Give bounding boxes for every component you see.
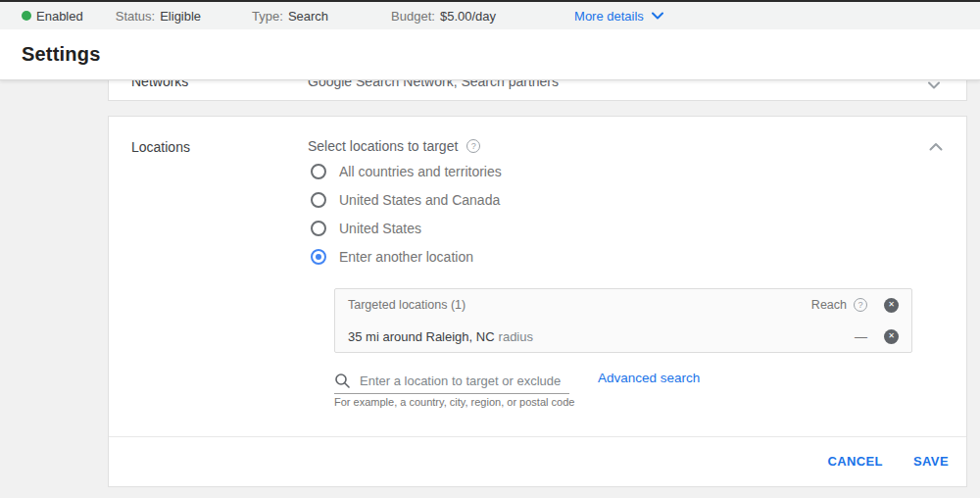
radio-button-icon <box>311 249 326 265</box>
budget-value: $5.00/day <box>440 9 496 24</box>
radio-enter-another-location[interactable]: Enter another location <box>311 242 502 271</box>
remove-location-icon[interactable]: ✕ <box>884 329 899 344</box>
reach-column-label: Reach <box>811 298 847 312</box>
footer-buttons: CANCEL SAVE <box>825 450 951 473</box>
advanced-search-link[interactable]: Advanced search <box>598 371 700 385</box>
reach-value: — <box>855 329 867 344</box>
enabled-label: Enabled <box>36 9 83 24</box>
search-helper-text: For example, a country, city, region, or… <box>334 396 574 408</box>
radio-button-icon <box>311 192 326 208</box>
table-row: 35 mi around Raleigh, NC radius — ✕ <box>335 321 911 352</box>
radio-label: Enter another location <box>339 249 473 265</box>
more-details-label: More details <box>574 9 644 24</box>
campaign-type: Type: Search <box>252 9 328 24</box>
type-value: Search <box>288 9 328 24</box>
targeted-locations-table: Targeted locations (1) Reach ? ✕ 35 mi a… <box>334 288 912 353</box>
location-search-input[interactable] <box>360 374 569 388</box>
location-target-radio-group: All countries and territories United Sta… <box>311 157 502 271</box>
page-title: Settings <box>22 43 101 66</box>
status-label: Status: <box>116 9 155 24</box>
help-icon[interactable]: ? <box>854 298 867 312</box>
locations-label: Locations <box>131 139 190 155</box>
radio-all-countries[interactable]: All countries and territories <box>311 157 502 185</box>
campaign-status: Status: Eligible <box>116 9 201 24</box>
budget-label: Budget: <box>391 9 435 24</box>
campaign-budget: Budget: $5.00/day <box>391 9 496 24</box>
targeted-location-value: 35 mi around Raleigh, NC <box>348 329 495 344</box>
targeted-location-suffix: radius <box>499 329 533 344</box>
chevron-down-icon <box>652 12 663 20</box>
search-icon <box>334 373 350 388</box>
more-details-link[interactable]: More details <box>574 9 663 24</box>
footer-divider <box>109 436 966 437</box>
campaign-status-bar: Enabled Status: Eligible Type: Search Bu… <box>0 0 980 29</box>
cancel-button[interactable]: CANCEL <box>825 450 885 473</box>
campaign-enabled-status[interactable]: Enabled <box>22 9 83 24</box>
collapse-section-icon[interactable] <box>929 142 943 151</box>
locations-card: Locations Select locations to target ? A… <box>108 116 967 487</box>
status-value: Eligible <box>160 9 201 24</box>
location-search-field[interactable] <box>334 368 569 394</box>
radio-us-and-canada[interactable]: United States and Canada <box>311 185 502 214</box>
radio-label: United States <box>339 221 421 236</box>
radio-label: United States and Canada <box>339 192 500 208</box>
chevron-down-icon[interactable] <box>928 81 940 89</box>
radio-button-icon <box>311 221 326 236</box>
radio-united-states[interactable]: United States <box>311 214 502 242</box>
save-button[interactable]: SAVE <box>911 450 951 473</box>
table-header-row: Targeted locations (1) Reach ? ✕ <box>335 289 911 321</box>
targeted-locations-count: Targeted locations (1) <box>348 298 466 312</box>
help-icon[interactable]: ? <box>466 139 480 153</box>
select-locations-heading: Select locations to target ? <box>308 138 480 154</box>
radio-label: All countries and territories <box>339 164 502 179</box>
select-locations-label: Select locations to target <box>308 138 458 154</box>
type-label: Type: <box>252 9 283 24</box>
enabled-status-dot-icon <box>22 11 31 21</box>
settings-header: Settings <box>0 29 980 80</box>
radio-button-icon <box>311 164 326 179</box>
remove-all-locations-icon[interactable]: ✕ <box>884 298 899 313</box>
